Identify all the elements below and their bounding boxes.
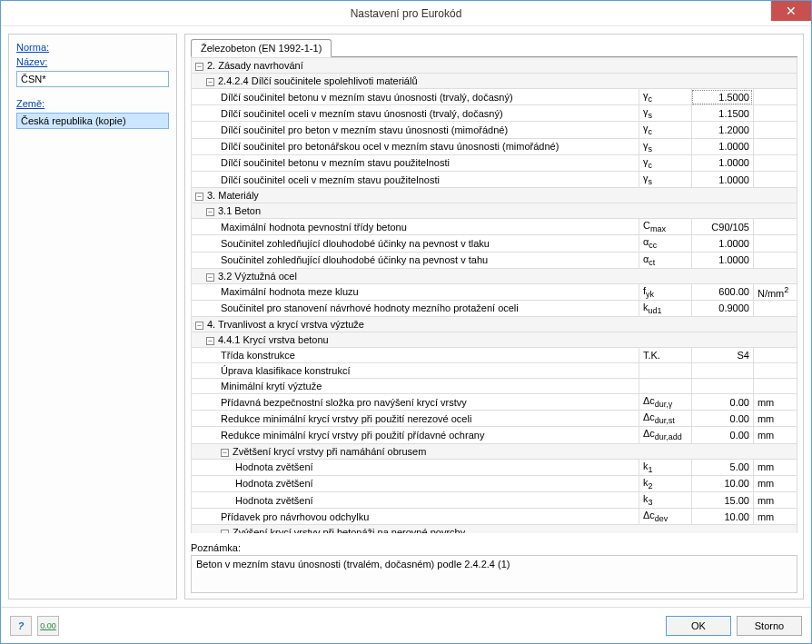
units-icon: 0.00 xyxy=(40,621,56,630)
nazev-label[interactable]: Název: xyxy=(16,56,169,67)
expander-icon[interactable]: − xyxy=(195,193,203,201)
cancel-button[interactable]: Storno xyxy=(737,616,802,636)
table-row[interactable]: Dílčí součinitel oceli v mezním stavu po… xyxy=(192,171,797,187)
group-row[interactable]: −3.1 Beton xyxy=(192,203,797,219)
param-unit xyxy=(753,154,797,171)
table-row[interactable]: Hodnota zvětšeník315.00mm xyxy=(192,492,797,509)
nazev-input[interactable] xyxy=(16,71,169,87)
table-row[interactable]: Třída konstrukceT.K.S4 xyxy=(192,348,797,363)
param-symbol: Δcdur,add xyxy=(639,427,691,443)
param-value[interactable]: 10.00 xyxy=(691,509,753,525)
table-row[interactable]: Dílčí součinitel pro betonářskou ocel v … xyxy=(192,138,797,154)
table-row[interactable]: Redukce minimální krycí vrstvy při použi… xyxy=(192,427,797,443)
table-row[interactable]: Hodnota zvětšeník210.00mm xyxy=(192,475,797,491)
param-value[interactable]: 1.0000 xyxy=(691,138,753,154)
param-symbol: fyk xyxy=(639,283,691,300)
param-value[interactable]: 0.9000 xyxy=(691,300,753,316)
param-unit xyxy=(753,89,797,105)
param-value[interactable]: 0.00 xyxy=(691,427,753,443)
tab-concrete[interactable]: Železobeton (EN 1992-1-1) xyxy=(191,39,332,57)
group-row[interactable]: −Zvýšení krycí vrstvy při betonáži na ne… xyxy=(192,525,797,533)
group-label: 3.1 Beton xyxy=(218,205,261,216)
table-row[interactable]: Součinitel pro stanovení návrhové hodnot… xyxy=(192,300,797,316)
table-row[interactable]: Dílčí součinitel betonu v mezním stavu ú… xyxy=(192,89,797,105)
param-value[interactable]: 15.00 xyxy=(691,492,753,509)
param-value[interactable]: 5.00 xyxy=(691,459,753,475)
close-button[interactable]: ✕ xyxy=(771,1,811,21)
group-row[interactable]: −4. Trvanlivost a krycí vrstva výztuže xyxy=(192,317,797,332)
zeme-select[interactable] xyxy=(16,113,169,129)
right-panel: Železobeton (EN 1992-1-1) −2. Zásady nav… xyxy=(184,34,804,599)
group-label: 3. Materiály xyxy=(207,190,259,201)
table-row[interactable]: Redukce minimální krycí vrstvy při použi… xyxy=(192,411,797,427)
param-value[interactable]: 600.00 xyxy=(691,283,753,300)
group-row[interactable]: −2.4.2.4 Dílčí součinitele spolehlivoti … xyxy=(192,74,797,89)
param-symbol: γc xyxy=(639,154,691,171)
tab-strip: Železobeton (EN 1992-1-1) xyxy=(185,35,803,56)
table-row[interactable]: Součinitel zohledňující dlouhodobé účink… xyxy=(192,235,797,252)
param-label: Součinitel zohledňující dlouhodobé účink… xyxy=(192,252,639,268)
param-label: Třída konstrukce xyxy=(192,348,639,363)
table-row[interactable]: Minimální krytí výztuže xyxy=(192,379,797,394)
param-value[interactable]: S4 xyxy=(691,348,753,363)
param-value[interactable]: 1.0000 xyxy=(691,235,753,252)
expander-icon[interactable]: − xyxy=(221,530,229,533)
group-row[interactable]: −Zvětšení krycí vrstvy při namáhání obru… xyxy=(192,443,797,459)
zeme-label[interactable]: Země: xyxy=(16,98,169,109)
dialog-window: Nastavení pro Eurokód ✕ Norma: Název: Ze… xyxy=(0,0,812,644)
param-label: Hodnota zvětšení xyxy=(192,475,639,491)
param-value[interactable]: 1.0000 xyxy=(691,252,753,268)
param-value[interactable]: 1.0000 xyxy=(691,154,753,171)
param-symbol: k1 xyxy=(639,459,691,475)
table-row[interactable]: Součinitel zohledňující dlouhodobé účink… xyxy=(192,252,797,268)
expander-icon[interactable]: − xyxy=(195,63,203,71)
expander-icon[interactable]: − xyxy=(206,78,214,86)
param-value[interactable]: 10.00 xyxy=(691,475,753,491)
help-button[interactable]: ? xyxy=(10,616,32,636)
footer: ? 0.00 OK Storno xyxy=(1,607,811,643)
param-unit: N/mm2 xyxy=(753,283,797,300)
param-unit xyxy=(753,219,797,235)
group-row[interactable]: −2. Zásady navrhování xyxy=(192,58,797,74)
group-row[interactable]: −3. Materiály xyxy=(192,188,797,203)
param-unit: mm xyxy=(753,492,797,509)
param-unit xyxy=(753,363,797,379)
param-value[interactable] xyxy=(691,379,753,394)
table-row[interactable]: Přídavek pro návrhovou odchylkuΔcdev10.0… xyxy=(192,509,797,525)
param-value[interactable]: 1.2000 xyxy=(691,122,753,138)
param-unit xyxy=(753,252,797,268)
ok-button[interactable]: OK xyxy=(666,616,731,636)
group-row[interactable]: −4.4.1 Krycí vrstva betonu xyxy=(192,332,797,348)
param-symbol: γs xyxy=(639,105,691,122)
norma-label[interactable]: Norma: xyxy=(16,42,169,53)
table-row[interactable]: Dílčí součinitel betonu v mezním stavu p… xyxy=(192,154,797,171)
param-unit: mm xyxy=(753,427,797,443)
table-row[interactable]: Hodnota zvětšeník15.00mm xyxy=(192,459,797,475)
param-value[interactable] xyxy=(691,363,753,379)
param-label: Redukce minimální krycí vrstvy při použi… xyxy=(192,427,639,443)
expander-icon[interactable]: − xyxy=(206,208,214,216)
tree-scroll[interactable]: −2. Zásady navrhování−2.4.2.4 Dílčí souč… xyxy=(191,57,797,533)
param-value[interactable]: 1.1500 xyxy=(691,105,753,122)
table-row[interactable]: Dílčí součinitel oceli v mezním stavu ún… xyxy=(192,105,797,122)
group-row[interactable]: −3.2 Výztužná ocel xyxy=(192,268,797,283)
param-unit xyxy=(753,235,797,252)
expander-icon[interactable]: − xyxy=(221,449,229,457)
group-label: 4. Trvanlivost a krycí vrstva výztuže xyxy=(207,319,364,330)
units-button[interactable]: 0.00 xyxy=(37,616,59,636)
close-icon: ✕ xyxy=(786,4,797,18)
table-row[interactable]: Maximální hodnota meze kluzufyk600.00N/m… xyxy=(192,283,797,300)
param-label: Dílčí součinitel betonu v mezním stavu ú… xyxy=(192,89,639,105)
param-value[interactable]: 0.00 xyxy=(691,394,753,411)
table-row[interactable]: Dílčí součinitel pro beton v mezním stav… xyxy=(192,122,797,138)
table-row[interactable]: Úprava klasifikace konstrukcí xyxy=(192,363,797,379)
expander-icon[interactable]: − xyxy=(195,322,203,330)
expander-icon[interactable]: − xyxy=(206,337,214,345)
param-value[interactable]: 0.00 xyxy=(691,411,753,427)
param-value[interactable]: C90/105 xyxy=(691,219,753,235)
table-row[interactable]: Přídavná bezpečnostní složka pro navýšen… xyxy=(192,394,797,411)
param-value[interactable]: 1.0000 xyxy=(691,171,753,187)
param-value[interactable]: 1.5000 xyxy=(691,89,753,105)
table-row[interactable]: Maximální hodnota pevnostní třídy betonu… xyxy=(192,219,797,235)
expander-icon[interactable]: − xyxy=(206,273,214,282)
